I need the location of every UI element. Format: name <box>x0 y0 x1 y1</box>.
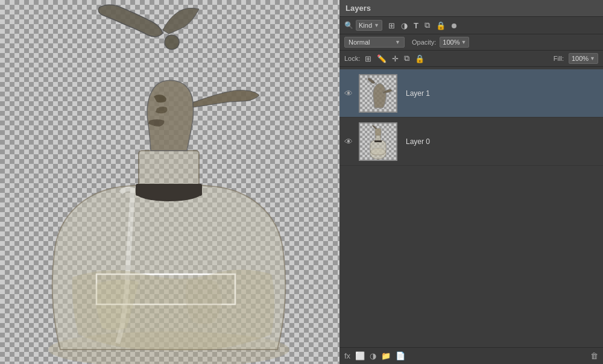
layer-item[interactable]: 👁 Layer 1 <box>339 69 603 118</box>
svg-rect-7 <box>370 140 386 155</box>
kind-filter-dropdown[interactable]: Kind ▼ <box>356 20 382 31</box>
fill-label: Fill: <box>554 55 564 62</box>
visibility-toggle-layer1[interactable]: 👁 <box>344 89 354 98</box>
fill-chevron-icon: ▼ <box>590 55 595 61</box>
layer0-thumbnail <box>359 122 397 161</box>
search-icon: 🔍 <box>344 21 353 30</box>
chevron-down-icon: ▼ <box>374 22 379 28</box>
layer1-name: Layer 1 <box>406 89 430 98</box>
pixel-filter-icon[interactable]: ⊞ <box>387 20 396 31</box>
lock-transparent-icon[interactable]: ⊞ <box>364 54 373 64</box>
opacity-chevron-icon: ▼ <box>461 39 467 45</box>
layers-bottom-toolbar: fx ⬜ ◑ 📁 📄 🗑 <box>339 347 603 364</box>
visibility-toggle-layer0[interactable]: 👁 <box>344 137 354 146</box>
new-layer-icon[interactable]: 📄 <box>396 351 405 360</box>
layer1-thumbnail <box>359 74 397 113</box>
lock-all-icon[interactable]: 🔒 <box>414 54 426 64</box>
blend-chevron-icon: ▼ <box>395 39 400 45</box>
layer0-name: Layer 0 <box>406 137 430 146</box>
mask-icon[interactable]: ⬜ <box>355 351 365 360</box>
lock-artboard-icon[interactable]: ⧉ <box>403 53 411 64</box>
filter-toggle-dot[interactable] <box>450 20 458 31</box>
fx-icon[interactable]: fx <box>344 351 350 360</box>
layer-item[interactable]: 👁 <box>339 118 603 166</box>
blend-mode-dropdown[interactable]: Normal ▼ <box>344 37 405 48</box>
adjustment-icon[interactable]: ◑ <box>370 351 376 360</box>
adjustment-filter-icon[interactable]: ◑ <box>400 20 409 31</box>
lock-position-icon[interactable]: ✛ <box>391 54 400 64</box>
layers-panel-title: Layers <box>339 0 603 17</box>
lock-label: Lock: <box>344 55 360 62</box>
layers-list: 👁 Layer 1 👁 <box>339 67 603 347</box>
fill-value-field[interactable]: 100% ▼ <box>569 53 598 64</box>
lock-icons-group: ⊞ ✏️ ✛ ⧉ 🔒 <box>364 53 426 64</box>
opacity-label: Opacity: <box>412 39 436 46</box>
layers-panel: Layers 🔍 Kind ▼ ⊞ ◑ T ⧉ 🔒 Normal ▼ Opaci… <box>339 0 603 364</box>
blend-opacity-row: Normal ▼ Opacity: 100% ▼ <box>339 34 603 51</box>
shape-filter-icon[interactable]: ⧉ <box>423 20 431 31</box>
svg-rect-3 <box>136 184 202 196</box>
svg-point-4 <box>165 35 179 49</box>
group-icon[interactable]: 📁 <box>381 351 391 360</box>
delete-icon[interactable]: 🗑 <box>590 351 598 360</box>
smartobj-filter-icon[interactable]: 🔒 <box>435 20 447 31</box>
canvas-area <box>0 0 339 364</box>
opacity-value-field[interactable]: 100% ▼ <box>440 37 469 48</box>
svg-rect-9 <box>375 128 381 136</box>
type-filter-icon[interactable]: T <box>412 20 420 31</box>
filter-toolbar: 🔍 Kind ▼ ⊞ ◑ T ⧉ 🔒 <box>339 17 603 34</box>
filter-icons-group: ⊞ ◑ T ⧉ 🔒 <box>387 20 458 31</box>
lock-image-icon[interactable]: ✏️ <box>376 54 388 64</box>
lock-fill-row: Lock: ⊞ ✏️ ✛ ⧉ 🔒 Fill: 100% ▼ <box>339 51 603 67</box>
svg-rect-10 <box>374 140 382 142</box>
